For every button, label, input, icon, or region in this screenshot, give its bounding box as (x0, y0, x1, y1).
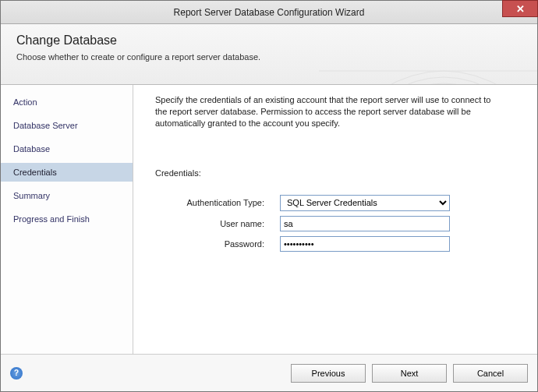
footer: ? Previous Next Cancel (1, 354, 537, 391)
header-panel: Change Database Choose whether to create… (1, 24, 537, 85)
auth-type-select[interactable]: SQL Server Credentials (280, 195, 450, 211)
password-row: Password: (155, 236, 522, 252)
page-subtitle: Choose whether to create or configure a … (16, 52, 522, 62)
wizard-window: Report Server Database Configuration Wiz… (0, 0, 538, 392)
password-input[interactable] (280, 236, 450, 252)
username-row: User name: (155, 216, 522, 231)
auth-type-label: Authentication Type: (155, 198, 280, 207)
sidebar-item-database-server[interactable]: Database Server (1, 116, 133, 135)
username-input[interactable] (280, 216, 450, 231)
body: Action Database Server Database Credenti… (1, 85, 537, 354)
username-label: User name: (155, 219, 280, 228)
content-panel: Specify the credentials of an existing a… (133, 85, 537, 354)
sidebar-item-summary[interactable]: Summary (1, 186, 133, 205)
window-title: Report Server Database Configuration Wiz… (1, 7, 537, 18)
password-label: Password: (155, 239, 280, 249)
instructions-text: Specify the credentials of an existing a… (155, 94, 498, 129)
cancel-button[interactable]: Cancel (453, 364, 528, 383)
sidebar-item-action[interactable]: Action (1, 93, 133, 111)
sidebar-item-database[interactable]: Database (1, 139, 133, 158)
page-title: Change Database (16, 34, 522, 48)
auth-type-row: Authentication Type: SQL Server Credenti… (155, 195, 522, 211)
close-icon: ✕ (516, 3, 525, 15)
help-icon[interactable]: ? (10, 367, 23, 380)
sidebar-item-credentials[interactable]: Credentials (1, 163, 133, 182)
next-button[interactable]: Next (372, 364, 447, 383)
previous-button[interactable]: Previous (291, 364, 366, 383)
credentials-section-label: Credentials: (155, 168, 522, 178)
sidebar-item-progress-and-finish[interactable]: Progress and Finish (1, 210, 133, 228)
wizard-steps-sidebar: Action Database Server Database Credenti… (1, 85, 133, 354)
close-button[interactable]: ✕ (502, 0, 538, 17)
titlebar: Report Server Database Configuration Wiz… (1, 1, 537, 24)
